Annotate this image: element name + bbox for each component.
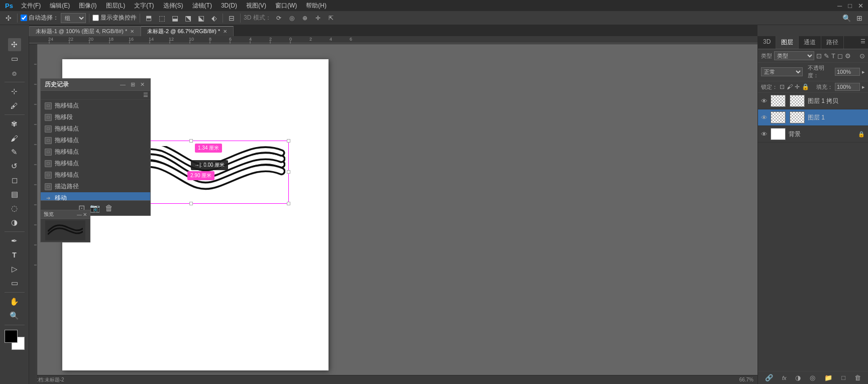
layer-1-visibility-icon[interactable]: 👁 (761, 114, 768, 121)
fill-input[interactable] (835, 83, 860, 91)
tab1-close-btn[interactable]: ✕ (130, 29, 134, 34)
history-item-1[interactable]: □ 拖移段 (41, 111, 150, 123)
tab2-close-btn[interactable]: ✕ (223, 29, 227, 34)
lock-transparent-icon[interactable]: ⊡ (780, 83, 785, 90)
handle-bot-mid[interactable] (189, 202, 193, 205)
opacity-arrow[interactable]: ▸ (862, 69, 865, 75)
tab-untitled1[interactable]: 未标题-1 @ 100% (图层 4, RGB/8#) * ✕ (29, 26, 141, 36)
move-tool-icon[interactable]: ✣ (3, 13, 14, 24)
history-item-6[interactable]: □ 拖移锚点 (41, 169, 150, 181)
layer-filter-dropdown[interactable]: 类型 名称 (774, 51, 814, 60)
eyedropper-tool[interactable]: 🖋 (8, 99, 21, 112)
3d-pan-icon[interactable]: ⊕ (299, 13, 310, 24)
layer-item-0[interactable]: 👁 图层 1 拷贝 (758, 93, 868, 109)
layer-item-2[interactable]: 👁 背景 🔒 (758, 126, 868, 143)
foreground-color-swatch[interactable] (5, 330, 18, 343)
healing-brush-tool[interactable]: ✾ (8, 117, 21, 131)
history-pin-btn[interactable]: ⊞ (129, 81, 137, 88)
3d-rotate-icon[interactable]: ⟳ (273, 13, 284, 24)
layer-delete-btn[interactable]: 🗑 (854, 374, 861, 381)
auto-select-label[interactable]: 自动选择： (21, 14, 59, 22)
align-vcenter-icon[interactable]: ⬚ (156, 13, 167, 24)
align-bottom-icon[interactable]: ⬓ (169, 13, 180, 24)
blend-mode-select[interactable]: 正常 正片叠底 滤色 (761, 67, 803, 76)
search-icon[interactable]: 🔍 (841, 13, 852, 24)
move-tool[interactable]: ✣ (8, 38, 21, 51)
3d-roll-icon[interactable]: ◎ (286, 13, 297, 24)
handle-top-right[interactable] (287, 139, 290, 143)
crop-tool[interactable]: ⊹ (8, 85, 21, 98)
tab-channels[interactable]: 通道 (799, 36, 821, 49)
history-item-3[interactable]: □ 拖移锚点 (41, 135, 150, 146)
filter-smart-icon[interactable]: ⚙ (845, 52, 851, 60)
history-item-8[interactable]: ➔ 移动 (41, 192, 150, 200)
show-transform-checkbox[interactable] (92, 15, 99, 21)
align-right-icon[interactable]: ⬖ (208, 13, 220, 24)
menu-text[interactable]: 文字(T) (130, 1, 158, 11)
filter-pixel-icon[interactable]: ⊡ (816, 52, 822, 60)
handle-top-mid[interactable] (189, 139, 193, 143)
blur-tool[interactable]: ◌ (8, 202, 21, 215)
minimize-btn[interactable]: ─ (835, 2, 844, 10)
workspace-icon[interactable]: ⊞ (854, 13, 865, 24)
layer-mask-btn[interactable]: ◑ (795, 374, 801, 381)
gradient-tool[interactable]: ▤ (8, 188, 21, 201)
close-btn[interactable]: ✕ (855, 2, 866, 10)
text-tool[interactable]: T (8, 248, 21, 262)
history-photo-btn[interactable]: 📷 (90, 203, 100, 213)
mini-collapse-btn[interactable]: — (77, 212, 82, 217)
history-item-0[interactable]: □ 拖移锚点 (41, 100, 150, 111)
dodge-tool[interactable]: ◑ (8, 216, 21, 229)
zoom-tool[interactable]: 🔍 (8, 309, 21, 322)
lock-position-icon[interactable]: ✛ (795, 83, 800, 90)
distribute-icon[interactable]: ⊟ (226, 13, 237, 24)
history-item-5[interactable]: □ 拖移锚点 (41, 158, 150, 169)
layer-filter-toggle[interactable]: ⊙ (859, 52, 865, 60)
eraser-tool[interactable]: ◻ (8, 174, 21, 187)
menu-view[interactable]: 视图(V) (242, 1, 270, 11)
layer-2-visibility-icon[interactable]: 👁 (761, 131, 768, 138)
auto-select-dropdown[interactable]: 组 图层 (61, 13, 86, 23)
hand-tool[interactable]: ✋ (8, 295, 21, 308)
history-item-4[interactable]: □ 拖移锚点 (41, 146, 150, 158)
history-collapse-btn[interactable]: — (119, 81, 127, 88)
handle-bot-right[interactable] (287, 202, 290, 205)
3d-scale-icon[interactable]: ⇱ (325, 13, 337, 24)
history-item-7[interactable]: □ 描边路径 (41, 181, 150, 192)
stamp-tool[interactable]: ✎ (8, 146, 21, 159)
brush-tool[interactable]: 🖌 (8, 132, 21, 145)
align-left-icon[interactable]: ⬔ (182, 13, 193, 24)
filter-text-icon[interactable]: T (831, 52, 835, 60)
lasso-tool[interactable]: ⌾ (8, 66, 21, 79)
shape-tool[interactable]: ▭ (8, 277, 21, 290)
tab-3d[interactable]: 3D (758, 36, 776, 49)
tab-untitled2[interactable]: 未标题-2 @ 66.7%(RGB/8#) * ✕ (141, 26, 234, 36)
selection-tool[interactable]: ▭ (8, 52, 21, 65)
lock-all-icon[interactable]: 🔒 (802, 83, 809, 90)
history-delete-btn[interactable]: 🗑 (105, 204, 113, 213)
menu-edit[interactable]: 编辑(E) (46, 1, 74, 11)
path-selection-tool[interactable]: ▷ (8, 263, 21, 276)
auto-select-checkbox[interactable] (21, 15, 27, 21)
menu-filter[interactable]: 滤镜(T) (188, 1, 216, 11)
tab-paths[interactable]: 路径 (821, 36, 844, 49)
menu-3d[interactable]: 3D(D) (217, 1, 241, 10)
menu-select[interactable]: 选择(S) (159, 1, 187, 11)
pen-tool[interactable]: ✒ (8, 234, 21, 247)
history-close-btn[interactable]: ✕ (139, 81, 146, 88)
show-transform-label[interactable]: 显示变换控件 (92, 14, 137, 22)
menu-window[interactable]: 窗口(W) (271, 1, 301, 11)
filter-shape-icon[interactable]: ◻ (837, 52, 843, 60)
history-item-2[interactable]: □ 拖移锚点 (41, 123, 150, 135)
menu-image[interactable]: 图像(I) (75, 1, 100, 11)
layer-new-btn[interactable]: □ (841, 374, 845, 381)
handle-mid-right[interactable] (287, 170, 290, 174)
3d-slide-icon[interactable]: ✛ (312, 13, 323, 24)
layer-item-1[interactable]: 👁 图层 1 (758, 109, 868, 126)
filter-adjust-icon[interactable]: ✎ (824, 52, 829, 60)
tab-layers[interactable]: 图层 (776, 36, 799, 49)
history-brush-tool[interactable]: ↺ (8, 160, 21, 173)
maximize-btn[interactable]: □ (845, 2, 854, 10)
layer-0-visibility-icon[interactable]: 👁 (761, 97, 768, 105)
align-hcenter-icon[interactable]: ⬕ (195, 13, 206, 24)
